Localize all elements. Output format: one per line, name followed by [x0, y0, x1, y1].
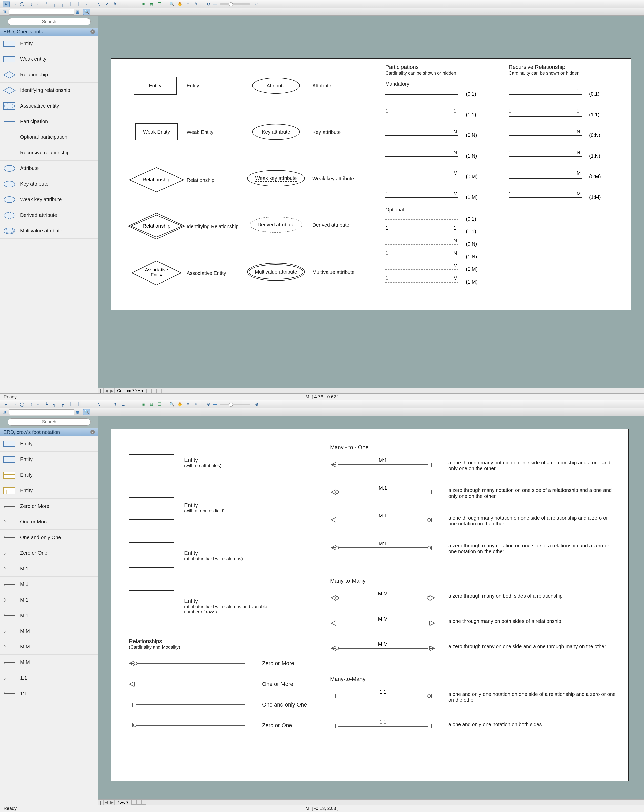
scroll-prev[interactable]: ◀ — [104, 800, 109, 805]
library-header[interactable]: ERD, Chen's nota... × — [0, 28, 98, 36]
cardinality-line[interactable] — [509, 115, 582, 115]
library-item[interactable]: Entity — [0, 452, 98, 467]
entity-attrs[interactable] — [129, 497, 174, 520]
weak-entity-shape[interactable]: Weak Entity — [134, 122, 179, 142]
sub-field[interactable] — [9, 409, 75, 415]
zoom-slider[interactable] — [220, 3, 250, 5]
layers-tool[interactable]: ❐ — [156, 401, 163, 408]
h-scrollbar[interactable]: ‖ ◀ ▶ 75% ▾ — [98, 800, 644, 805]
library-item[interactable]: Multivalue attribute — [0, 223, 98, 239]
entity-no-attrs[interactable] — [129, 454, 174, 475]
library-item[interactable]: 1:1 — [0, 670, 98, 686]
key-attribute-shape[interactable]: Key attribute — [252, 124, 300, 140]
ungroup-tool[interactable]: ▦ — [148, 1, 155, 7]
scroll-prev[interactable]: ◀ — [104, 388, 109, 393]
zoom-readout[interactable]: Custom 79% ▾ — [115, 388, 146, 393]
page-tool[interactable]: ▫ — [83, 401, 90, 408]
associative-entity-shape[interactable]: AssociativeEntity — [131, 260, 182, 285]
connector-tool-5[interactable]: ⎿ — [67, 1, 74, 7]
entity-shape[interactable]: Entity — [134, 76, 177, 95]
group-tool[interactable]: ▣ — [140, 401, 147, 408]
layers-tool[interactable]: ❐ — [156, 1, 163, 7]
library-item[interactable]: Zero or More — [0, 499, 98, 514]
connector-tool-3[interactable]: ┐ — [51, 1, 58, 7]
scroll-next[interactable]: ▶ — [109, 800, 115, 805]
library-item[interactable]: One or More — [0, 514, 98, 530]
hand-tool[interactable]: ✋ — [177, 1, 183, 7]
cardinality-line[interactable] — [509, 197, 582, 198]
library-item[interactable]: Associative entity — [0, 98, 98, 114]
canvas-area[interactable]: Entity Entity Weak Entity Weak Entity Re… — [98, 15, 644, 393]
library-item[interactable]: Optional participation — [0, 130, 98, 145]
library-item[interactable]: Weak key attribute — [0, 192, 98, 208]
attribute-shape[interactable]: Attribute — [252, 78, 300, 94]
connector-tool-1[interactable]: ⌐ — [35, 401, 42, 408]
connector-tool-4[interactable]: ┌ — [59, 1, 66, 7]
entity-rows[interactable] — [129, 590, 174, 620]
cardinality-line[interactable] — [385, 269, 458, 270]
library-item[interactable]: Weak entity — [0, 51, 98, 67]
library-item[interactable]: Participation — [0, 114, 98, 130]
cursor-tool[interactable]: ▸ — [3, 1, 9, 7]
hand-tool[interactable]: ✋ — [177, 401, 183, 408]
cardinality-line[interactable] — [385, 177, 458, 177]
library-item[interactable]: Recursive relationship — [0, 145, 98, 161]
ellipse-tool[interactable]: ◯ — [18, 401, 26, 408]
align-tool[interactable]: ≡ — [184, 401, 192, 408]
relationship-line[interactable] — [136, 705, 245, 705]
cardinality-line[interactable] — [385, 136, 458, 136]
grid-icon[interactable]: ▦ — [76, 410, 82, 414]
close-icon[interactable]: × — [90, 29, 95, 34]
library-item[interactable]: Entity — [0, 436, 98, 452]
search-icon[interactable]: 🔍 — [83, 9, 90, 15]
zigzag-tool[interactable]: ↯ — [111, 401, 119, 408]
align-v-tool[interactable]: ⊥ — [119, 1, 126, 7]
relationship-line[interactable] — [136, 663, 245, 664]
zoom-tool[interactable]: 🔍 — [168, 401, 175, 408]
connector-tool-6[interactable]: ⎾ — [75, 401, 82, 408]
library-item[interactable]: Attribute — [0, 161, 98, 176]
cardinality-line[interactable] — [385, 244, 458, 245]
relationship-line[interactable]: M:1 — [338, 520, 428, 520]
zigzag-tool[interactable]: ↯ — [111, 1, 119, 7]
search-icon[interactable]: 🔍 — [83, 409, 90, 415]
library-item[interactable]: Relationship — [0, 67, 98, 82]
library-item[interactable]: Key attribute — [0, 176, 98, 192]
align-v-tool[interactable]: ⊥ — [119, 401, 126, 408]
page-tabs[interactable] — [146, 389, 161, 393]
group-tool[interactable]: ▣ — [140, 1, 147, 7]
align-h-tool[interactable]: ⊢ — [128, 1, 135, 7]
cardinality-line[interactable] — [385, 115, 458, 115]
zoom-slider[interactable] — [220, 404, 250, 405]
cardinality-line[interactable] — [509, 177, 582, 177]
line-tool[interactable]: ╲ — [95, 401, 102, 408]
connector-tool-2[interactable]: └ — [43, 401, 50, 408]
tree-icon[interactable]: ⊞ — [3, 410, 8, 415]
library-search[interactable] — [8, 18, 91, 25]
h-scrollbar[interactable]: ‖ ◀ ▶ Custom 79% ▾ — [98, 388, 644, 393]
relationship-shape[interactable]: Relationship — [129, 167, 184, 192]
scroll-first[interactable]: ‖ — [98, 388, 104, 393]
rect-tool[interactable]: ▭ — [11, 1, 18, 7]
eyedropper-tool[interactable]: ✎ — [192, 1, 199, 7]
library-item[interactable]: Entity — [0, 36, 98, 51]
cardinality-line[interactable] — [385, 94, 458, 95]
connector-tool-4[interactable]: ┌ — [59, 401, 66, 408]
page-tool[interactable]: ▫ — [83, 1, 90, 7]
connector-tool-2[interactable]: └ — [43, 1, 50, 7]
cardinality-line[interactable] — [385, 156, 458, 157]
relationship-line[interactable]: M:M — [338, 623, 428, 623]
relationship-line[interactable] — [136, 684, 245, 684]
scroll-first[interactable]: ‖ — [98, 800, 104, 805]
rounded-rect-tool[interactable]: ▢ — [27, 401, 34, 408]
weak-key-attribute-shape[interactable]: Weak key attribute — [247, 170, 305, 186]
relationship-line[interactable] — [136, 725, 245, 726]
library-item[interactable]: Zero or One — [0, 545, 98, 561]
relationship-line[interactable]: M:M — [338, 648, 428, 649]
relationship-line[interactable]: M:1 — [338, 547, 428, 548]
ungroup-tool[interactable]: ▦ — [148, 401, 155, 408]
canvas[interactable]: Entity Entity Weak Entity Weak Entity Re… — [111, 58, 632, 310]
library-item[interactable]: M:1 — [0, 561, 98, 577]
relationship-line[interactable]: M:M — [338, 598, 428, 598]
rounded-rect-tool[interactable]: ▢ — [27, 1, 34, 7]
